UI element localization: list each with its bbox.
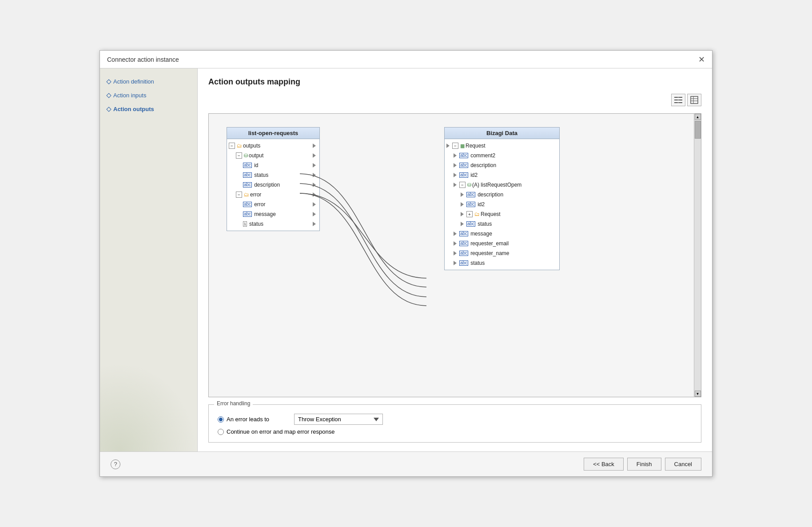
tree-row: − ▦ Request (445, 141, 559, 151)
arrow-right-icon (313, 183, 316, 187)
abc-icon: abc (459, 163, 468, 168)
tree-row: abc description (227, 180, 319, 190)
continue-on-error-text: Continue on error and map error response (227, 428, 335, 435)
node-label: comment2 (470, 152, 557, 159)
node-label: (A) listRequestOpem (472, 182, 557, 188)
sidebar-item-action-outputs[interactable]: Action outputs (107, 105, 190, 113)
arrow-right-icon (313, 163, 316, 168)
toolbar (208, 94, 701, 106)
scroll-up-arrow[interactable]: ▲ (695, 114, 701, 120)
arrow-right-icon (313, 202, 316, 207)
arrow-right-icon (454, 163, 457, 168)
abc-icon: abc (466, 202, 475, 207)
abc-icon: abc (243, 212, 252, 217)
tree-row: abc id (227, 160, 319, 170)
sidebar-item-label: Action definition (113, 78, 154, 85)
expand-icon[interactable]: − (236, 192, 242, 198)
page-title: Action outputs mapping (208, 77, 701, 87)
arrow-right-icon (313, 222, 316, 226)
help-button[interactable]: ? (111, 459, 120, 469)
sidebar-item-action-definition[interactable]: Action definition (107, 77, 190, 86)
tree-row: 1 status (227, 219, 319, 229)
svg-rect-4 (679, 100, 682, 100)
left-tree-panel: list-open-requests − 🗂 outputs (227, 127, 320, 231)
sidebar-item-action-inputs[interactable]: Action inputs (107, 91, 190, 100)
arrow-right-icon (313, 144, 316, 148)
scrollbar-thumb[interactable] (695, 121, 701, 139)
error-leads-to-text: An error leads to (227, 416, 269, 423)
tree-row: abc status (445, 219, 559, 229)
node-label: description (254, 182, 312, 188)
mapping-view-btn[interactable] (671, 94, 685, 106)
tree-row: − ⛁ output (227, 151, 319, 160)
node-label: message (254, 211, 312, 217)
tree-row: − 🗂 outputs (227, 141, 319, 151)
collection-icon: ⛁ (467, 182, 471, 188)
arrow-right-icon (313, 212, 316, 216)
dialog-body: Action definition Action inputs Action o… (100, 68, 712, 451)
arrow-right-icon (454, 251, 457, 256)
error-leads-to-label[interactable]: An error leads to (218, 416, 289, 423)
footer-buttons: << Back Finish Cancel (584, 458, 701, 471)
node-label: Request (481, 211, 557, 217)
folder-icon: 🗂 (237, 143, 242, 149)
finish-button[interactable]: Finish (627, 458, 661, 471)
node-label: error (250, 192, 312, 198)
node-label: description (470, 162, 557, 168)
throw-exception-dropdown[interactable]: Throw Exception Continue Ignore (294, 414, 383, 425)
arrow-right-icon (454, 261, 457, 265)
tree-row: abc description (445, 190, 559, 200)
continue-on-error-label[interactable]: Continue on error and map error response (218, 428, 335, 435)
svg-rect-5 (679, 102, 682, 103)
node-label: status (254, 172, 312, 178)
abc-icon: abc (243, 172, 252, 178)
abc-icon: abc (243, 163, 252, 168)
abc-icon: abc (459, 260, 468, 266)
left-panel-body: − 🗂 outputs − ⛁ output (227, 139, 319, 231)
expand-icon[interactable]: + (466, 211, 473, 217)
node-label: status (470, 260, 557, 266)
mapping-columns: list-open-requests − 🗂 outputs (227, 127, 683, 270)
arrow-right-icon (446, 144, 450, 148)
arrow-right-icon (461, 222, 464, 226)
close-button[interactable]: ✕ (698, 56, 705, 64)
node-label: id2 (470, 172, 557, 178)
error-handling-legend: Error handling (214, 400, 253, 407)
error-leads-to-radio[interactable] (218, 416, 224, 423)
expand-icon[interactable]: − (452, 143, 458, 149)
cancel-button[interactable]: Cancel (665, 458, 701, 471)
node-label: id (254, 162, 312, 168)
collection-icon: ⛁ (244, 153, 248, 159)
node-label: description (478, 192, 557, 198)
abc-icon: abc (466, 192, 475, 197)
tree-row: − ⛁ (A) listRequestOpem (445, 180, 559, 190)
continue-on-error-radio[interactable] (218, 429, 224, 435)
table-view-btn[interactable] (687, 94, 701, 106)
arrow-right-icon (454, 183, 457, 187)
vertical-scrollbar[interactable]: ▲ ▼ (694, 114, 701, 397)
back-button[interactable]: << Back (584, 458, 624, 471)
dialog-title: Connector action instance (107, 56, 179, 63)
diamond-icon (106, 107, 111, 112)
node-label: status (249, 221, 312, 227)
tree-row: abc description (445, 160, 559, 170)
svg-rect-2 (674, 102, 677, 103)
expand-icon[interactable]: − (236, 152, 242, 159)
scroll-down-arrow[interactable]: ▼ (695, 391, 701, 397)
table-icon: ▦ (460, 143, 465, 149)
svg-rect-1 (674, 100, 677, 100)
node-label: id2 (478, 201, 557, 208)
mapping-area[interactable]: list-open-requests − 🗂 outputs (208, 113, 701, 397)
node-label: message (470, 231, 557, 237)
expand-icon[interactable]: − (459, 182, 466, 188)
abc-icon: abc (466, 221, 475, 227)
sidebar-item-label: Action inputs (113, 92, 146, 99)
node-label: error (254, 201, 312, 208)
tree-row: abc message (227, 209, 319, 219)
tree-row: abc error (227, 200, 319, 209)
abc-icon: abc (459, 241, 468, 246)
table-icon (690, 96, 698, 104)
tree-row: abc id2 (445, 170, 559, 180)
expand-icon[interactable]: − (229, 143, 235, 149)
title-bar: Connector action instance ✕ (100, 51, 712, 68)
